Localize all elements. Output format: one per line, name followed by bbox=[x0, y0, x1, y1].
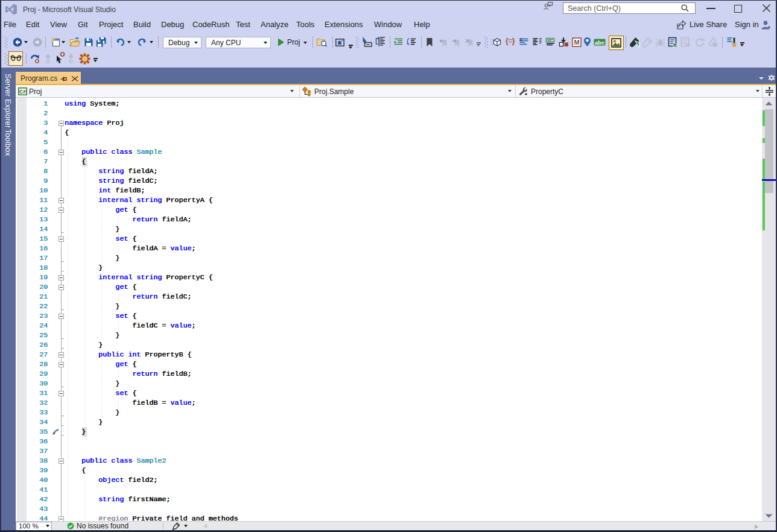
svg-text:C#: C# bbox=[19, 89, 26, 95]
svg-text:M: M bbox=[574, 39, 579, 46]
svg-text:abc: abc bbox=[595, 39, 604, 46]
